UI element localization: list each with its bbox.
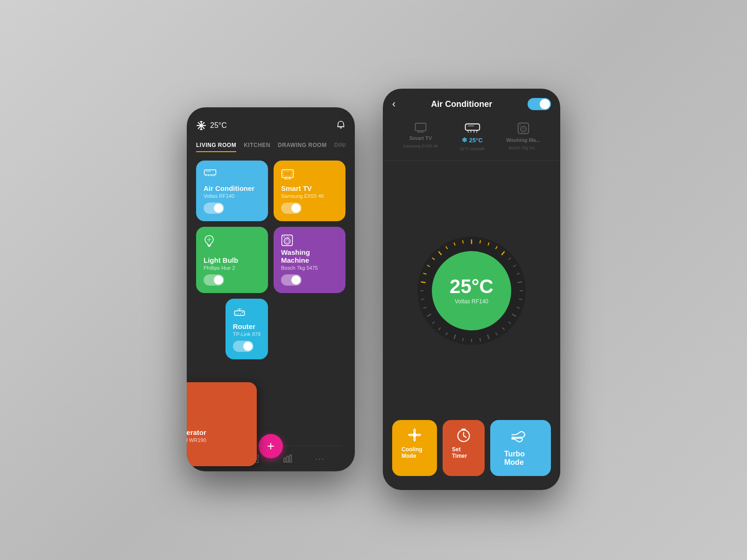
svg-line-103 xyxy=(464,436,466,438)
device-card-router[interactable]: Router TP-Link 878 xyxy=(226,299,268,359)
thermostat-inner: 25°C Voltas RF140 xyxy=(432,251,511,330)
router-model: TP-Link 878 xyxy=(233,331,261,337)
wind-icon xyxy=(510,429,531,446)
mode-buttons: Cooling Mode Set Timer xyxy=(383,420,560,490)
selector-ac-temp: ❄ 25°C xyxy=(462,136,483,144)
room-tabs: LIVING ROOM KITCHEN DRAWING ROOM DINING xyxy=(196,142,345,152)
timer-mode-label: Set Timer xyxy=(452,446,475,459)
svg-rect-53 xyxy=(465,124,479,131)
snowflake-icon xyxy=(196,120,206,131)
tab-kitchen[interactable]: KITCHEN xyxy=(244,142,270,152)
turbo-mode-label: Turbo Mode xyxy=(504,450,537,467)
ac-icon xyxy=(204,168,217,177)
svg-point-4 xyxy=(200,125,202,126)
svg-line-36 xyxy=(240,308,242,309)
svg-point-26 xyxy=(284,238,290,244)
phone2-header: ‹ Air Conditioner xyxy=(383,89,560,118)
ac-name: Air Conditioner xyxy=(204,184,261,192)
bulb-model: Phillips Hue 2 xyxy=(204,265,261,271)
router-toggle[interactable] xyxy=(233,341,254,352)
selector-ac[interactable]: ❄ 25°C 42°C Outside xyxy=(460,122,485,151)
svg-line-64 xyxy=(421,281,426,282)
thermostat-model: Voltas RF140 xyxy=(455,298,488,305)
svg-point-100 xyxy=(413,433,417,437)
selector-ac-outside: 42°C Outside xyxy=(460,147,485,151)
svg-rect-46 xyxy=(283,458,285,462)
tab-drawing-room[interactable]: DRAWING ROOM xyxy=(278,142,327,152)
svg-rect-16 xyxy=(282,169,294,177)
svg-line-98 xyxy=(421,299,424,299)
clock-icon xyxy=(456,427,471,442)
cooling-mode-label: Cooling Mode xyxy=(402,446,428,459)
svg-point-27 xyxy=(286,239,289,243)
plus-icon: + xyxy=(267,439,275,454)
ac-toggle[interactable] xyxy=(204,203,224,214)
svg-point-61 xyxy=(522,128,524,130)
bulb-name: Light Bulb xyxy=(204,256,261,264)
svg-point-28 xyxy=(283,236,285,238)
fridge-name: Refrigerator xyxy=(187,428,249,436)
bulb-toggle[interactable] xyxy=(204,274,224,286)
svg-line-91 xyxy=(463,338,463,341)
ac-model: Voltas RF140 xyxy=(204,193,261,199)
chart-nav-icon[interactable] xyxy=(282,454,293,464)
router-name: Router xyxy=(233,322,261,330)
selector-washer-model: Bosch 7kg 54... xyxy=(509,146,538,150)
selector-smart-tv[interactable]: Smart TV Samsung EX55 4K xyxy=(403,122,438,151)
router-icon xyxy=(233,306,246,316)
selector-washer-name: Washing Ma... xyxy=(506,137,540,143)
svg-rect-10 xyxy=(204,170,216,175)
svg-point-62 xyxy=(519,125,521,126)
tab-living-room[interactable]: LIVING ROOM xyxy=(196,142,236,152)
tab-dining[interactable]: DINING xyxy=(334,142,345,152)
svg-point-60 xyxy=(521,126,526,132)
device-card-fridge[interactable]: Refrigerator Whirlpool WR190 xyxy=(187,382,257,466)
device-card-bulb[interactable]: Light Bulb Phillips Hue 2 xyxy=(196,227,268,293)
device-card-ac[interactable]: Air Conditioner Voltas RF140 xyxy=(196,161,268,221)
back-button[interactable]: ‹ xyxy=(392,98,395,110)
svg-line-80 xyxy=(517,281,522,282)
phone-2: ‹ Air Conditioner Smart TV Sa xyxy=(383,89,560,490)
svg-line-73 xyxy=(480,240,480,243)
fridge-model: Whirlpool WR190 xyxy=(187,437,249,443)
tv-toggle[interactable] xyxy=(281,203,302,214)
fab-add-button[interactable]: + xyxy=(259,434,283,458)
thermostat-section: 25°C Voltas RF140 xyxy=(383,161,560,420)
selector-washer-icon xyxy=(517,122,529,134)
device-selector: Smart TV Samsung EX55 4K ❄ xyxy=(383,118,560,161)
thermostat-temp: 25°C xyxy=(450,277,493,296)
selector-washer[interactable]: Washing Ma... Bosch 7kg 54... xyxy=(506,122,540,151)
svg-rect-15 xyxy=(206,171,211,172)
cooling-mode-button[interactable]: Cooling Mode xyxy=(392,420,437,476)
washer-toggle[interactable] xyxy=(281,274,302,286)
bulb-icon xyxy=(204,234,215,247)
phone-1: 25°C LIVING ROOM KITCHEN DRAWING ROOM DI… xyxy=(187,107,355,471)
weather-temp: 25°C xyxy=(210,121,227,130)
bell-icon[interactable] xyxy=(336,120,345,131)
svg-line-89 xyxy=(480,338,480,341)
thermostat-dial[interactable]: 25°C Voltas RF140 xyxy=(416,235,528,347)
turbo-mode-button[interactable]: Turbo Mode xyxy=(490,420,551,476)
more-nav-icon[interactable]: ··· xyxy=(315,454,325,464)
tv-icon xyxy=(281,168,294,179)
devices-grid: Air Conditioner Voltas RF140 xyxy=(196,161,345,359)
washer-model: Bosch 7kg 5475 xyxy=(281,265,338,271)
washer-icon xyxy=(281,234,293,246)
device-card-washer[interactable]: Washing Machine Bosch 7kg 5475 xyxy=(274,227,345,293)
power-toggle[interactable] xyxy=(528,98,551,110)
svg-rect-58 xyxy=(467,126,474,126)
selector-tv-name: Smart TV xyxy=(409,135,432,141)
phones-container: 25°C LIVING ROOM KITCHEN DRAWING ROOM DI… xyxy=(187,70,560,490)
selector-tv-model: Samsung EX55 4K xyxy=(403,144,438,148)
svg-rect-47 xyxy=(287,456,289,462)
svg-line-71 xyxy=(463,240,463,243)
washer-name: Washing Machine xyxy=(281,248,338,264)
svg-line-82 xyxy=(519,299,522,299)
device-card-tv[interactable]: Smart TV Samsung EX55 4K xyxy=(274,161,345,221)
selector-ac-icon xyxy=(465,122,480,133)
svg-point-37 xyxy=(242,312,243,313)
phone1-header: 25°C xyxy=(196,117,345,134)
weather-info: 25°C xyxy=(196,120,227,131)
fan-icon xyxy=(407,427,422,442)
timer-mode-button[interactable]: Set Timer xyxy=(443,420,485,476)
